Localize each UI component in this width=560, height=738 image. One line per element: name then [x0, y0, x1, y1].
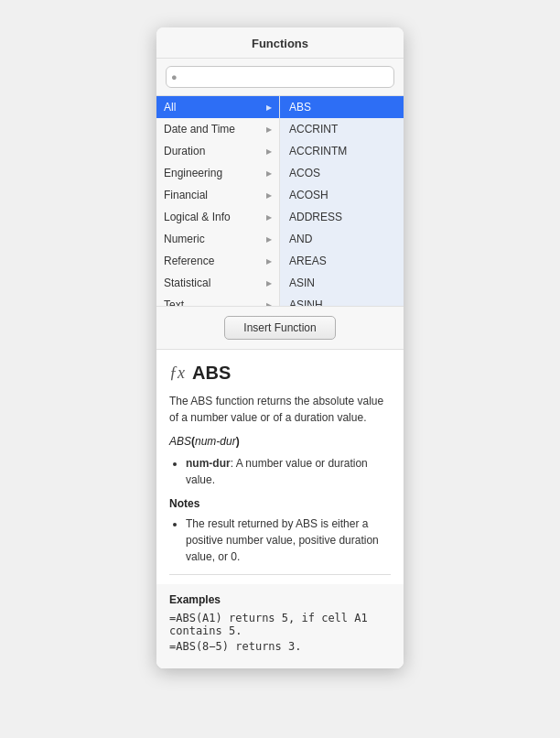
doc-func-name: ABS	[192, 363, 231, 384]
chevron-right-icon: ▶	[266, 235, 272, 244]
param-name: num-dur	[186, 457, 231, 470]
function-item-address[interactable]: ADDRESS	[280, 206, 404, 228]
function-label: ABS	[289, 101, 311, 114]
category-list: All ▶ Date and Time ▶ Duration ▶ Enginee…	[156, 96, 280, 306]
category-label: Financial	[164, 189, 208, 201]
fx-icon: ƒx	[169, 364, 185, 383]
category-item-date-time[interactable]: Date and Time ▶	[156, 118, 279, 140]
doc-area: ƒx ABS The ABS function returns the abso…	[156, 350, 404, 668]
category-label: All	[164, 101, 176, 114]
chevron-right-icon: ▶	[266, 169, 272, 178]
chevron-right-icon: ▶	[266, 257, 272, 266]
category-item-reference[interactable]: Reference ▶	[156, 250, 279, 272]
function-label: ACCRINT	[289, 123, 338, 136]
chevron-right-icon: ▶	[266, 103, 272, 112]
chevron-right-icon: ▶	[266, 301, 272, 307]
function-label: AREAS	[289, 255, 327, 267]
category-label: Numeric	[164, 233, 205, 245]
function-label: ACCRINTM	[289, 145, 347, 157]
category-item-statistical[interactable]: Statistical ▶	[156, 272, 279, 294]
doc-header: ƒx ABS	[169, 363, 391, 384]
function-label: ADDRESS	[289, 211, 342, 223]
chevron-right-icon: ▶	[266, 191, 272, 200]
function-item-accrint[interactable]: ACCRINT	[280, 118, 404, 140]
function-label: ACOS	[289, 167, 320, 179]
syntax-param: num-dur	[195, 435, 236, 448]
chevron-right-icon: ▶	[266, 125, 272, 134]
chevron-right-icon: ▶	[266, 147, 272, 156]
function-label: AND	[289, 233, 312, 245]
function-label: ASINH	[289, 298, 323, 306]
chevron-right-icon: ▶	[266, 213, 272, 222]
category-item-numeric[interactable]: Numeric ▶	[156, 228, 279, 250]
category-item-text[interactable]: Text ▶	[156, 294, 279, 306]
doc-examples-title: Examples	[169, 593, 391, 606]
function-list: ABS ACCRINT ACCRINTM ACOS ACOSH ADDRESS …	[280, 96, 404, 306]
category-item-logical[interactable]: Logical & Info ▶	[156, 206, 279, 228]
doc-param-item: num-dur: A number value or duration valu…	[186, 455, 391, 488]
doc-syntax: ABS(num-dur)	[169, 435, 391, 448]
category-label: Statistical	[164, 277, 210, 289]
function-label: ACOSH	[289, 189, 328, 201]
category-label: Engineering	[164, 167, 222, 179]
category-item-engineering[interactable]: Engineering ▶	[156, 162, 279, 184]
syntax-func-name: ABS	[169, 435, 191, 448]
insert-function-button[interactable]: Insert Function	[224, 316, 335, 340]
category-label: Text	[164, 298, 184, 306]
search-input[interactable]	[166, 66, 394, 88]
doc-example-2: =ABS(8−5) returns 3.	[169, 640, 391, 653]
functions-panel: Functions ● All ▶ Date and Time ▶ Durati…	[156, 27, 404, 668]
function-item-and[interactable]: AND	[280, 228, 404, 250]
doc-note-item: The result returned by ABS is either a p…	[186, 516, 391, 565]
doc-param-list: num-dur: A number value or duration valu…	[169, 455, 391, 488]
function-item-asin[interactable]: ASIN	[280, 272, 404, 294]
doc-notes-title: Notes	[169, 497, 391, 510]
search-container: ●	[156, 59, 404, 96]
function-item-acosh[interactable]: ACOSH	[280, 184, 404, 206]
panel-title: Functions	[156, 27, 404, 59]
doc-description: The ABS function returns the absolute va…	[169, 393, 391, 426]
search-wrapper: ●	[166, 66, 394, 88]
doc-divider	[169, 574, 391, 575]
function-item-areas[interactable]: AREAS	[280, 250, 404, 272]
function-item-acos[interactable]: ACOS	[280, 162, 404, 184]
insert-button-area: Insert Function	[156, 307, 404, 350]
category-label: Date and Time	[164, 123, 235, 136]
doc-examples-section: Examples =ABS(A1) returns 5, if cell A1 …	[156, 584, 404, 668]
category-item-financial[interactable]: Financial ▶	[156, 184, 279, 206]
category-label: Duration	[164, 145, 205, 157]
category-item-duration[interactable]: Duration ▶	[156, 140, 279, 162]
category-label: Reference	[164, 255, 214, 267]
category-item-all[interactable]: All ▶	[156, 96, 279, 118]
function-label: ASIN	[289, 277, 315, 289]
search-icon: ●	[171, 71, 178, 82]
category-label: Logical & Info	[164, 211, 231, 223]
list-area: All ▶ Date and Time ▶ Duration ▶ Enginee…	[156, 96, 404, 307]
function-item-abs[interactable]: ABS	[280, 96, 404, 118]
doc-notes-list: The result returned by ABS is either a p…	[169, 516, 391, 565]
function-item-accrintm[interactable]: ACCRINTM	[280, 140, 404, 162]
chevron-right-icon: ▶	[266, 279, 272, 288]
function-item-asinh[interactable]: ASINH	[280, 294, 404, 306]
doc-example-1: =ABS(A1) returns 5, if cell A1 contains …	[169, 612, 391, 637]
